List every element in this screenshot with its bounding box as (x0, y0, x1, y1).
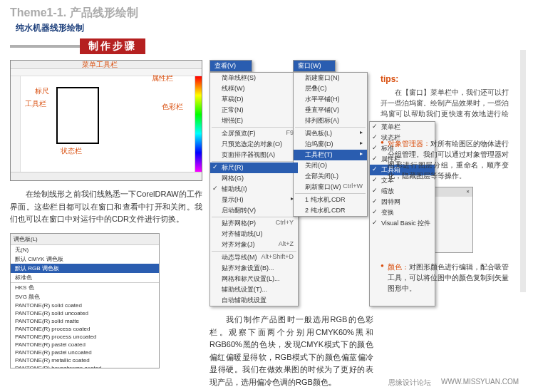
scrollbar-decoration (520, 50, 526, 292)
tips-heading: tips: (381, 74, 509, 84)
title-main: Theme1-1. 产品线形绘制 (10, 6, 523, 21)
palette-dropdown-screenshot: 调色板(L) 无(N)默认 CMYK 调色板默认 RGB 调色板标准色 HKS … (10, 233, 160, 368)
paragraph-1: 在绘制线形之前我们线熟悉一下CorelDRAW的工作界面。这些栏目都可以在窗口和… (10, 188, 202, 226)
anno-menubar: 菜单工具栏 (82, 60, 118, 70)
anno-ruler: 标尺 (35, 86, 49, 96)
title-sub: 纯水机器线形绘制 (16, 22, 523, 34)
coreldraw-screenshot: 菜单工具栏 属性栏 标尺 工具栏 色彩栏 状态栏 (10, 60, 202, 181)
anno-palette: 色彩栏 (162, 102, 183, 112)
close-icon: × (466, 188, 470, 196)
menu-window-title: 窗口(W) (293, 60, 336, 72)
menu-window: 新建窗口(N)层叠(C)水平平铺(H)垂直平铺(V)排列图标(A)调色板(L)泊… (293, 72, 368, 217)
tip-object-manager: 对象管理器：对所有绘图区的物体进行分组管理。我们可以通过对象管理器对图形进行图层… (381, 138, 509, 181)
anno-status: 状态栏 (61, 146, 82, 156)
step-bar: 制作步骤 (10, 38, 523, 54)
menu-view-title: 查看(V) (209, 60, 252, 72)
footer-url: WWW.MISSYUAN.COM (441, 378, 519, 388)
tip-color: 颜色：对图形颜色进行编辑，配合吸管工具，可以将位图中的颜色复制到矢量图形中。 (381, 262, 509, 294)
step-label: 制作步骤 (80, 38, 145, 54)
footer: 思缘设计论坛 WWW.MISSYUAN.COM (388, 378, 519, 388)
paragraph-2: 我们制作产品图时一般选用RGB的色彩栏。观察下面两个分别用CMYK60%黑和RG… (209, 314, 373, 389)
anno-toolbox: 工具栏 (25, 99, 46, 109)
menu-view: 简单线框(S)线框(W)草稿(D)正常(N)增强(E)全屏预览(F)F9只预览选… (209, 72, 299, 306)
footer-forum: 思缘设计论坛 (388, 378, 431, 388)
anno-property: 属性栏 (152, 73, 173, 83)
